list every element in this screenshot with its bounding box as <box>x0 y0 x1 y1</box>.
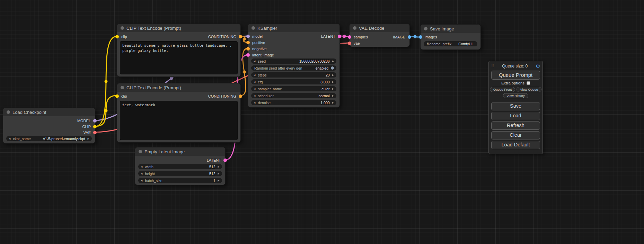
ckpt-name-widget[interactable]: ◀ ckpt_name v1-5-pruned-emaonly.ckpt ▶ <box>6 136 92 141</box>
queue-panel: ⠿ Queue size: 0 ⚙ Queue Prompt Extra opt… <box>488 61 543 154</box>
collapse-dot[interactable] <box>252 26 255 30</box>
node-empty-latent-image[interactable]: Empty Latent Image LATENT ◀ width 512 ▶ … <box>135 147 226 185</box>
input-port-positive[interactable] <box>246 41 250 44</box>
increment-arrow-icon[interactable]: ▶ <box>332 101 334 104</box>
node-title-bar[interactable]: KSampler <box>248 24 339 32</box>
input-label-vae: vae <box>354 41 360 45</box>
toggle-dot-icon[interactable] <box>331 66 334 70</box>
scheduler-widget[interactable]: ◀ scheduler normal ▶ <box>251 93 336 98</box>
load-default-button[interactable]: Load Default <box>491 141 540 149</box>
node-title-bar[interactable]: CLIP Text Encode (Prompt) <box>117 24 240 32</box>
output-port-clip[interactable] <box>93 125 97 128</box>
wire-midpoint-dot <box>343 35 346 38</box>
increment-arrow-icon[interactable]: ▶ <box>218 172 220 175</box>
increment-arrow-icon[interactable]: ▶ <box>88 137 89 140</box>
node-title-bar[interactable]: Save Image <box>421 25 480 33</box>
increment-arrow-icon[interactable]: ▶ <box>218 179 220 182</box>
input-label-clip: clip <box>121 35 127 39</box>
decrement-arrow-icon[interactable]: ◀ <box>254 60 255 62</box>
decrement-arrow-icon[interactable]: ◀ <box>254 88 255 90</box>
decrement-arrow-icon[interactable]: ◀ <box>254 74 255 76</box>
input-port-model[interactable] <box>246 35 250 38</box>
decrement-arrow-icon[interactable]: ◀ <box>141 172 142 175</box>
input-port-clip[interactable] <box>115 35 119 38</box>
view-history-button[interactable]: View History <box>503 93 528 98</box>
settings-gear-icon[interactable]: ⚙ <box>536 64 540 69</box>
input-label-positive: positive <box>252 40 265 45</box>
node-title-bar[interactable]: Load Checkpoint <box>3 108 95 116</box>
collapse-dot[interactable] <box>424 27 427 30</box>
denoise-widget[interactable]: ◀ denoise 1.000 ▶ <box>251 100 336 105</box>
input-port-samples[interactable] <box>348 35 351 39</box>
filename-prefix-widget[interactable]: filename_prefix ComfyUI <box>424 41 477 46</box>
decrement-arrow-icon[interactable]: ◀ <box>254 81 255 83</box>
decrement-arrow-icon[interactable]: ◀ <box>254 101 255 104</box>
sampler-name-widget[interactable]: ◀ sampler_name euler ▶ <box>251 86 336 91</box>
node-load-checkpoint[interactable]: Load Checkpoint MODEL CLIP VAE ◀ ckpt_na… <box>3 108 95 144</box>
refresh-button[interactable]: Refresh <box>491 121 540 130</box>
height-widget[interactable]: ◀ height 512 ▶ <box>138 171 222 176</box>
node-title-bar[interactable]: CLIP Text Encode (Prompt) <box>117 83 240 92</box>
increment-arrow-icon[interactable]: ▶ <box>332 60 334 62</box>
widget-value: euler <box>321 87 329 91</box>
node-clip-text-encode-negative[interactable]: CLIP Text Encode (Prompt) clip CONDITION… <box>117 83 241 143</box>
queue-prompt-button[interactable]: Queue Prompt <box>491 71 540 80</box>
input-port-clip[interactable] <box>115 94 119 98</box>
graph-canvas[interactable]: Load Checkpoint MODEL CLIP VAE ◀ ckpt_na… <box>0 0 644 244</box>
collapse-dot[interactable] <box>121 86 124 89</box>
clear-button[interactable]: Clear <box>491 131 540 139</box>
negative-prompt-textarea[interactable]: text, watermark <box>120 101 238 140</box>
increment-arrow-icon[interactable]: ▶ <box>332 74 334 76</box>
steps-widget[interactable]: ◀ steps 20 ▶ <box>251 72 336 78</box>
output-label-vae: VAE <box>83 130 91 135</box>
collapse-dot[interactable] <box>7 110 10 114</box>
widget-label: ckpt_name <box>13 137 30 141</box>
save-button[interactable]: Save <box>491 102 540 110</box>
output-port-latent[interactable] <box>338 35 341 38</box>
view-queue-button[interactable]: View Queue <box>517 87 541 92</box>
node-save-image[interactable]: Save Image images filename_prefix ComfyU… <box>420 24 481 50</box>
widget-value: normal <box>319 94 330 98</box>
extra-options-label: Extra options <box>501 81 524 85</box>
port-row: model LATENT <box>248 33 339 39</box>
decrement-arrow-icon[interactable]: ◀ <box>9 137 10 140</box>
input-port-negative[interactable] <box>246 47 250 51</box>
batch-size-widget[interactable]: ◀ batch_size 1 ▶ <box>138 178 222 183</box>
input-port-vae[interactable] <box>348 42 351 45</box>
increment-arrow-icon[interactable]: ▶ <box>332 81 334 83</box>
output-port-latent[interactable] <box>223 159 227 162</box>
drag-handle-icon[interactable]: ⠿ <box>491 64 494 69</box>
increment-arrow-icon[interactable]: ▶ <box>332 94 334 97</box>
decrement-arrow-icon[interactable]: ◀ <box>254 94 255 97</box>
decrement-arrow-icon[interactable]: ◀ <box>141 165 142 168</box>
queue-front-button[interactable]: Queue Front <box>490 87 515 92</box>
input-port-images[interactable] <box>419 35 422 39</box>
random-seed-toggle-widget[interactable]: Random seed after every gen enabled <box>251 65 336 71</box>
output-port-conditioning[interactable] <box>239 94 242 98</box>
seed-widget[interactable]: ◀ seed 156680208700286 ▶ <box>251 58 336 64</box>
decrement-arrow-icon[interactable]: ◀ <box>141 179 142 182</box>
output-port-vae[interactable] <box>93 131 97 134</box>
output-port-conditioning[interactable] <box>239 35 242 38</box>
node-title-bar[interactable]: Empty Latent Image <box>135 147 225 156</box>
load-button[interactable]: Load <box>491 112 540 120</box>
width-widget[interactable]: ◀ width 512 ▶ <box>138 164 222 169</box>
collapse-dot[interactable] <box>121 26 124 30</box>
port-row: clip CONDITIONING <box>117 34 240 40</box>
increment-arrow-icon[interactable]: ▶ <box>218 165 220 168</box>
output-port-model[interactable] <box>93 119 97 123</box>
node-clip-text-encode-positive[interactable]: CLIP Text Encode (Prompt) clip CONDITION… <box>117 24 241 77</box>
positive-prompt-textarea[interactable]: beautiful scenery nature glass bottle la… <box>120 41 238 74</box>
increment-arrow-icon[interactable]: ▶ <box>332 88 334 90</box>
output-label-latent: LATENT <box>207 158 221 162</box>
node-ksampler[interactable]: KSampler model LATENT positive negative … <box>248 24 340 108</box>
node-vae-decode[interactable]: VAE Decode samples IMAGE vae <box>349 24 410 47</box>
collapse-dot[interactable] <box>353 26 356 30</box>
cfg-widget[interactable]: ◀ cfg 8.000 ▶ <box>251 79 336 84</box>
collapse-dot[interactable] <box>139 150 142 153</box>
input-port-latent-image[interactable] <box>246 53 250 57</box>
port-row: positive <box>248 39 339 46</box>
extra-options-checkbox[interactable] <box>527 81 530 85</box>
output-port-image[interactable] <box>408 35 411 39</box>
node-title-bar[interactable]: VAE Decode <box>350 24 409 32</box>
